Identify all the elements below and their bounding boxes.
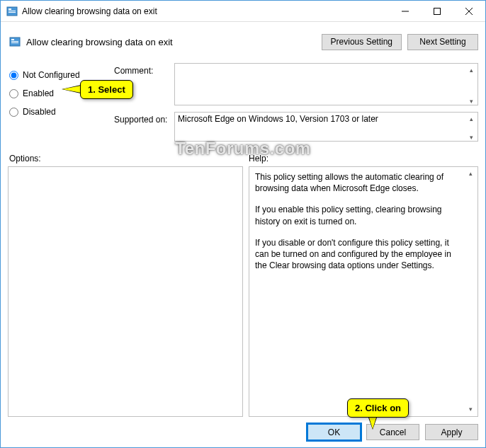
comment-textarea[interactable] bbox=[174, 63, 478, 105]
apply-button[interactable]: Apply bbox=[425, 424, 478, 440]
radio-disabled-input[interactable] bbox=[9, 108, 18, 117]
help-pane: This policy setting allows the automatic… bbox=[249, 166, 478, 417]
help-paragraph: This policy setting allows the automatic… bbox=[255, 171, 463, 194]
scroll-down-icon[interactable]: ▾ bbox=[465, 403, 477, 415]
options-label: Options: bbox=[8, 154, 249, 163]
scroll-down-icon[interactable]: ▾ bbox=[465, 95, 477, 107]
svg-rect-9 bbox=[11, 39, 14, 40]
scroll-up-icon[interactable]: ▴ bbox=[465, 64, 477, 76]
policy-icon bbox=[9, 36, 21, 47]
header-row: Allow clearing browsing data on exit Pre… bbox=[8, 28, 478, 56]
gpo-policy-window: Allow clearing browsing data on exit All… bbox=[0, 0, 486, 448]
maximize-button[interactable] bbox=[421, 1, 453, 21]
svg-rect-2 bbox=[9, 11, 16, 11]
radio-not-configured-input[interactable] bbox=[9, 71, 18, 80]
dialog-buttons: OK Cancel Apply bbox=[8, 424, 478, 440]
comment-scrollbar: ▴ ▾ bbox=[465, 64, 477, 107]
options-pane bbox=[8, 166, 243, 417]
scroll-up-icon[interactable]: ▴ bbox=[465, 113, 477, 125]
policy-icon bbox=[6, 6, 18, 17]
radio-disabled[interactable]: Disabled bbox=[8, 103, 114, 121]
help-label: Help: bbox=[249, 154, 478, 163]
next-setting-button[interactable]: Next Setting bbox=[407, 34, 478, 50]
state-radios: Not Configured Enabled Disabled bbox=[8, 63, 114, 148]
supported-row: Supported on: Microsoft Edge on Windows … bbox=[114, 112, 478, 144]
radio-label: Enabled bbox=[23, 88, 54, 98]
close-button[interactable] bbox=[453, 1, 485, 21]
mid-labels: Options: Help: bbox=[8, 154, 478, 163]
help-paragraph: If you disable or don't configure this p… bbox=[255, 237, 463, 272]
annotation-select: 1. Select bbox=[80, 80, 133, 99]
supported-textarea: Microsoft Edge on Windows 10, Version 17… bbox=[174, 112, 478, 142]
help-scrollbar: ▴ ▾ bbox=[465, 168, 477, 415]
titlebar: Allow clearing browsing data on exit bbox=[1, 1, 485, 22]
callout-tail bbox=[369, 418, 376, 429]
window-title: Allow clearing browsing data on exit bbox=[22, 6, 389, 16]
supported-label: Supported on: bbox=[114, 112, 174, 144]
radio-label: Disabled bbox=[23, 107, 56, 117]
comment-row: Comment: ▴ ▾ bbox=[114, 63, 478, 108]
panes: This policy setting allows the automatic… bbox=[8, 166, 478, 417]
scroll-up-icon[interactable]: ▴ bbox=[465, 168, 477, 180]
svg-rect-10 bbox=[11, 41, 18, 42]
policy-title: Allow clearing browsing data on exit bbox=[26, 37, 322, 47]
svg-rect-3 bbox=[9, 12, 16, 13]
scroll-down-icon[interactable]: ▾ bbox=[465, 131, 477, 143]
svg-rect-5 bbox=[434, 8, 440, 14]
svg-rect-11 bbox=[11, 42, 18, 43]
system-buttons bbox=[389, 1, 485, 21]
ok-button[interactable]: OK bbox=[307, 424, 361, 440]
nav-buttons: Previous Setting Next Setting bbox=[322, 34, 478, 50]
annotation-click: 2. Click on bbox=[347, 398, 409, 418]
help-paragraph: If you enable this policy setting, clear… bbox=[255, 204, 463, 226]
svg-rect-1 bbox=[9, 8, 11, 10]
radio-label: Not Configured bbox=[23, 70, 80, 80]
config-row: Not Configured Enabled Disabled Comment: bbox=[8, 63, 478, 148]
callout-tail bbox=[62, 86, 81, 93]
minimize-button[interactable] bbox=[389, 1, 421, 21]
previous-setting-button[interactable]: Previous Setting bbox=[322, 34, 402, 50]
fields-column: Comment: ▴ ▾ Supported on: Microsoft Edg… bbox=[114, 63, 478, 148]
radio-enabled-input[interactable] bbox=[9, 89, 18, 98]
supported-scrollbar: ▴ ▾ bbox=[465, 113, 477, 143]
